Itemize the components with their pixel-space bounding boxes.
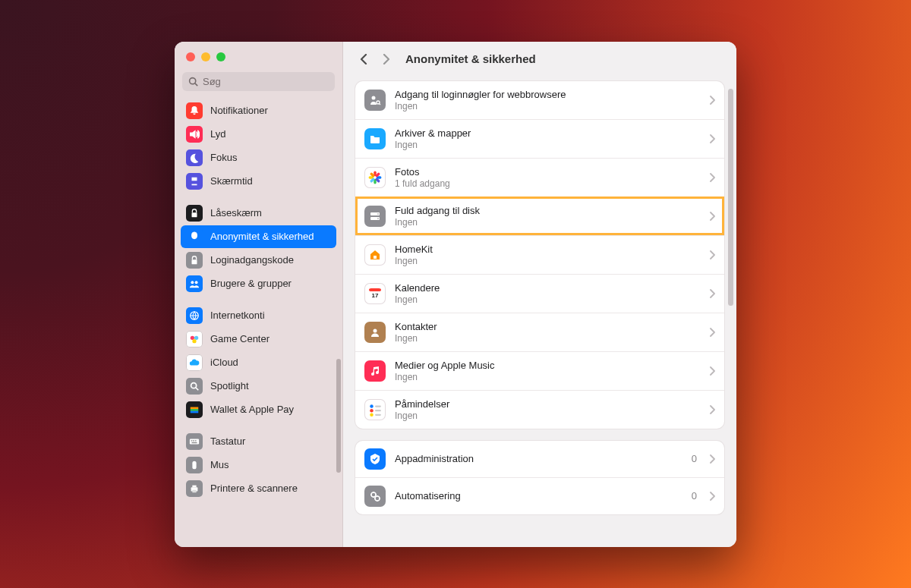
row-title: Adgang til loginnøgler for webbrowsere: [395, 89, 700, 100]
sidebar-item-label: Mus: [210, 459, 229, 470]
close-window-button[interactable]: [186, 52, 195, 61]
sidebar-item-label: Skærmtid: [210, 175, 253, 187]
row-badge: 0: [692, 453, 697, 464]
sidebar-item-keyboard[interactable]: Tastatur: [181, 430, 336, 453]
svg-rect-15: [190, 439, 199, 444]
fulldisk-icon: [364, 206, 386, 227]
svg-point-8: [194, 335, 198, 339]
svg-line-34: [371, 179, 373, 181]
spotlight-icon: [186, 378, 203, 395]
chevron-right-icon: [709, 492, 715, 501]
svg-line-33: [377, 174, 378, 175]
photos-icon: [364, 167, 386, 188]
content-scroll: Adgang til loginnøgler for webbrowsereIn…: [343, 77, 736, 547]
sidebar-item-label: Loginadgangskode: [210, 254, 294, 266]
sidebar-item-lockscreen[interactable]: Låseskærm: [181, 202, 336, 225]
svg-rect-3: [192, 259, 197, 264]
search-input[interactable]: Søg: [182, 72, 335, 91]
zoom-window-button[interactable]: [216, 52, 225, 61]
sound-icon: [186, 126, 203, 143]
row-subtitle: Ingen: [395, 256, 700, 266]
svg-point-10: [191, 382, 197, 388]
row-subtitle: Ingen: [395, 372, 700, 382]
row-calendars[interactable]: 17KalendereIngen: [355, 274, 724, 313]
svg-rect-39: [374, 256, 377, 259]
sidebar-item-printers[interactable]: Printere & scannere: [181, 477, 336, 500]
gamecenter-icon: [186, 331, 203, 347]
chevron-right-icon: [709, 366, 715, 376]
sidebar-item-notifications[interactable]: Notifikationer: [181, 99, 336, 122]
row-title: Medier og Apple Music: [395, 360, 700, 371]
screentime-icon: [186, 173, 203, 190]
sidebar-item-label: Låseskærm: [210, 207, 262, 219]
svg-rect-19: [192, 442, 197, 442]
svg-line-32: [377, 179, 378, 181]
row-automation[interactable]: Automatisering0: [355, 477, 724, 514]
reminders-icon: [364, 399, 386, 420]
chevron-right-icon: [709, 289, 715, 298]
lockscreen-icon: [186, 205, 203, 222]
row-appmgmt[interactable]: Appadministration0: [355, 441, 724, 477]
main-panel: Anonymitet & sikkerhed Adgang til loginn…: [343, 42, 736, 547]
svg-rect-48: [375, 410, 381, 411]
svg-line-11: [196, 387, 199, 390]
sidebar-item-sound[interactable]: Lyd: [181, 123, 336, 146]
row-subtitle: Ingen: [395, 217, 700, 228]
sidebar-item-privacy[interactable]: Anonymitet & sikkerhed: [181, 225, 336, 248]
row-media[interactable]: Medier og Apple MusicIngen: [355, 351, 724, 390]
back-button[interactable]: [357, 52, 370, 66]
sidebar-item-spotlight[interactable]: Spotlight: [181, 375, 336, 398]
svg-point-7: [191, 335, 194, 339]
sidebar-item-icloud[interactable]: iCloud: [181, 351, 336, 374]
privacy-icon: [186, 228, 203, 245]
row-title: HomeKit: [395, 244, 700, 255]
svg-point-51: [375, 496, 380, 501]
automation-icon: [364, 486, 386, 507]
row-title: Fotos: [395, 166, 700, 178]
sidebar-item-label: iCloud: [210, 357, 238, 368]
sidebar-scrollbar[interactable]: [336, 359, 341, 473]
chevron-right-icon: [709, 405, 715, 414]
svg-point-50: [371, 492, 376, 497]
content-scrollbar[interactable]: [728, 89, 733, 306]
sidebar-item-loginpwd[interactable]: Loginadgangskode: [181, 249, 336, 272]
row-photos[interactable]: Fotos1 fuld adgang: [355, 158, 724, 197]
svg-point-4: [191, 281, 194, 284]
minimize-window-button[interactable]: [201, 52, 210, 61]
window-controls: [175, 42, 342, 61]
row-fulldisk[interactable]: Fuld adgang til diskIngen: [355, 197, 724, 235]
settings-group: Appadministration0Automatisering0: [355, 441, 724, 514]
page-title: Anonymitet & sikkerhed: [405, 52, 536, 65]
row-webkeys[interactable]: Adgang til loginnøgler for webbrowsereIn…: [355, 81, 724, 119]
sidebar-item-mouse[interactable]: Mus: [181, 454, 336, 476]
row-homekit[interactable]: HomeKitIngen: [355, 235, 724, 274]
sidebar-item-internetacc[interactable]: Internetkonti: [181, 304, 336, 327]
svg-rect-22: [192, 485, 196, 487]
forward-button[interactable]: [380, 52, 393, 66]
toolbar: Anonymitet & sikkerhed: [343, 42, 736, 77]
sidebar-item-users[interactable]: Brugere & grupper: [181, 272, 336, 295]
row-subtitle: Ingen: [395, 333, 700, 344]
sidebar-item-wallet[interactable]: Wallet & Apple Pay: [181, 398, 336, 421]
row-filesfolders[interactable]: Arkiver & mapperIngen: [355, 119, 724, 158]
sidebar-item-focus[interactable]: Fokus: [181, 146, 336, 169]
svg-point-0: [190, 77, 196, 83]
loginpwd-icon: [186, 252, 203, 269]
chevron-right-icon: [709, 250, 715, 259]
contacts-icon: [364, 322, 386, 343]
svg-point-25: [377, 101, 380, 104]
row-reminders[interactable]: PåmindelserIngen: [355, 390, 724, 429]
svg-rect-16: [191, 440, 193, 441]
row-contacts[interactable]: KontakterIngen: [355, 313, 724, 351]
settings-group: Adgang til loginnøgler for webbrowsereIn…: [355, 81, 724, 429]
homekit-icon: [364, 244, 386, 266]
row-title: Kontakter: [395, 321, 700, 332]
svg-point-44: [370, 404, 374, 408]
chevron-right-icon: [709, 173, 715, 182]
svg-point-5: [195, 281, 198, 284]
media-icon: [364, 360, 386, 382]
chevron-right-icon: [709, 454, 715, 464]
sidebar-item-screentime[interactable]: Skærmtid: [181, 170, 336, 193]
notifications-icon: [186, 102, 203, 119]
sidebar-item-gamecenter[interactable]: Game Center: [181, 328, 336, 351]
